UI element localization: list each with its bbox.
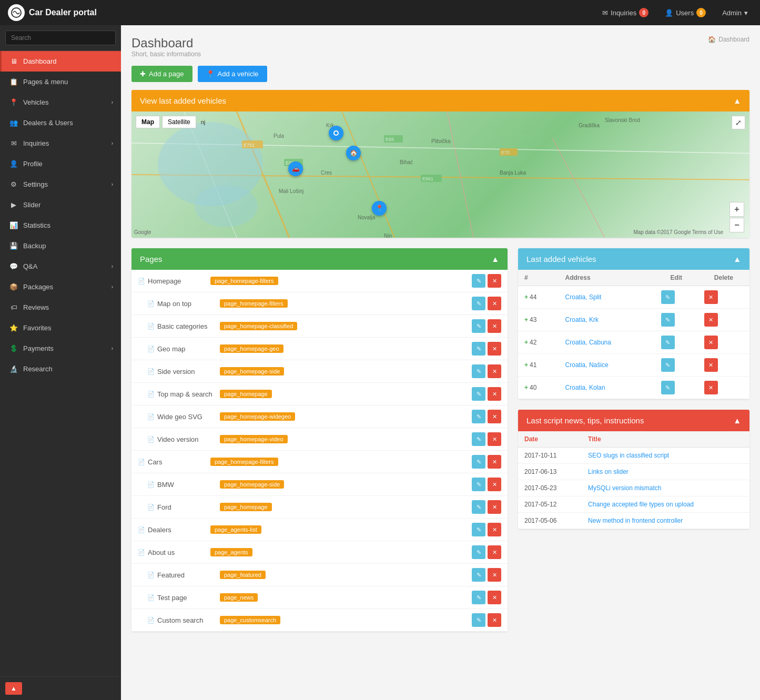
edit-page-button[interactable]: ✎	[472, 432, 485, 446]
delete-vehicle-button[interactable]: ✕	[704, 290, 718, 304]
delete-page-button[interactable]: ✕	[488, 387, 501, 401]
edit-vehicle-button[interactable]: ✎	[661, 381, 675, 394]
sidebar-item-research[interactable]: 🔬 Research	[0, 359, 121, 379]
mail-icon: ✉	[602, 9, 608, 17]
delete-page-button[interactable]: ✕	[488, 613, 501, 627]
edit-vehicle-button[interactable]: ✎	[661, 358, 675, 372]
sidebar-arrow-qa: ›	[112, 263, 113, 269]
news-title-link[interactable]: MySQLi version mismatch	[588, 484, 661, 492]
delete-vehicle-button[interactable]: ✕	[704, 313, 718, 327]
edit-page-button[interactable]: ✎	[472, 319, 485, 333]
delete-page-button[interactable]: ✕	[488, 478, 501, 491]
delete-page-button[interactable]: ✕	[488, 523, 501, 536]
vehicle-edit-cell: ✎	[655, 309, 698, 331]
vehicle-address-link[interactable]: Croatia, Cabuna	[565, 339, 611, 346]
vehicle-address-link[interactable]: Croatia, Našice	[565, 361, 609, 369]
map-zoom-in-button[interactable]: +	[729, 202, 744, 217]
edit-page-button[interactable]: ✎	[472, 297, 485, 310]
sidebar-item-settings[interactable]: ⚙ Settings ›	[0, 174, 121, 195]
sidebar-toggle-button[interactable]: ▲	[5, 682, 22, 695]
map-expand-button[interactable]: ⤢	[732, 116, 745, 129]
edit-page-button[interactable]: ✎	[472, 387, 485, 401]
admin-button[interactable]: Admin ▾	[718, 6, 752, 19]
sidebar-item-qa[interactable]: 💬 Q&A ›	[0, 256, 121, 277]
map-panel-header[interactable]: View last added vehicles ▲	[131, 90, 749, 111]
edit-page-button[interactable]: ✎	[472, 364, 485, 378]
map-pin-1[interactable]	[329, 126, 343, 140]
delete-page-button[interactable]: ✕	[488, 410, 501, 423]
map-pin-4[interactable]: 📍	[372, 201, 387, 216]
map-pin-3[interactable]: 🚗	[288, 161, 303, 176]
delete-page-button[interactable]: ✕	[488, 432, 501, 446]
search-input[interactable]	[5, 31, 116, 45]
vehicle-delete-cell: ✕	[698, 377, 749, 399]
sidebar-item-inquiries[interactable]: ✉ Inquiries ›	[0, 133, 121, 154]
vehicle-address-link[interactable]: Croatia, Krk	[565, 316, 599, 323]
sidebar-item-reviews[interactable]: 🏷 Reviews	[0, 297, 121, 318]
add-vehicle-button[interactable]: 📍 Add a vehicle	[198, 66, 267, 82]
page-actions: ✎ ✕	[472, 432, 501, 446]
svg-text:E70: E70	[501, 150, 510, 155]
delete-vehicle-button[interactable]: ✕	[704, 358, 718, 372]
sidebar-item-dealers-users[interactable]: 👥 Dealers & Users	[0, 113, 121, 133]
edit-page-button[interactable]: ✎	[472, 478, 485, 491]
map-zoom-out-button[interactable]: −	[729, 218, 744, 232]
sidebar-item-payments[interactable]: 💲 Payments ›	[0, 338, 121, 359]
news-title-link[interactable]: Links on slider	[588, 468, 629, 475]
news-title-link[interactable]: SEO slugs in classified script	[588, 452, 669, 459]
edit-page-button[interactable]: ✎	[472, 500, 485, 514]
sidebar-item-profile[interactable]: 👤 Profile	[0, 154, 121, 174]
vehicle-address-link[interactable]: Croatia, Split	[565, 293, 602, 301]
breadcrumb: 🏠 Dashboard	[708, 36, 749, 43]
sidebar-item-pages-menu[interactable]: 📋 Pages & menu	[0, 72, 121, 92]
sidebar-item-packages[interactable]: 📦 Packages ›	[0, 277, 121, 297]
news-title-link[interactable]: New method in frontend controller	[588, 517, 683, 524]
delete-page-button[interactable]: ✕	[488, 297, 501, 310]
map-pin-2[interactable]: 🏠	[346, 146, 361, 160]
map-tab-satellite[interactable]: Satellite	[162, 116, 196, 128]
edit-page-button[interactable]: ✎	[472, 455, 485, 469]
users-button[interactable]: 👤 Users 0	[661, 5, 710, 20]
news-panel-header[interactable]: Last script news, tips, instructions ▲	[518, 410, 749, 431]
sidebar-item-slider[interactable]: ▶ Slider	[0, 195, 121, 215]
vehicles-collapse-icon: ▲	[733, 255, 741, 263]
sidebar-item-dashboard[interactable]: 🖥 Dashboard	[0, 51, 121, 72]
sidebar-item-statistics[interactable]: 📊 Statistics	[0, 215, 121, 236]
delete-page-button[interactable]: ✕	[488, 500, 501, 514]
delete-page-button[interactable]: ✕	[488, 545, 501, 559]
edit-vehicle-button[interactable]: ✎	[661, 290, 675, 304]
delete-page-button[interactable]: ✕	[488, 591, 501, 604]
news-title-link[interactable]: Change accepted file types on upload	[588, 501, 694, 508]
edit-page-button[interactable]: ✎	[472, 410, 485, 423]
sidebar-item-vehicles[interactable]: 📍 Vehicles ›	[0, 92, 121, 113]
delete-page-button[interactable]: ✕	[488, 342, 501, 356]
edit-page-button[interactable]: ✎	[472, 342, 485, 356]
edit-page-button[interactable]: ✎	[472, 591, 485, 604]
sidebar-item-favorites[interactable]: ⭐ Favorites	[0, 318, 121, 338]
delete-page-button[interactable]: ✕	[488, 274, 501, 288]
pages-panel-header[interactable]: Pages ▲	[131, 248, 508, 270]
delete-page-button[interactable]: ✕	[488, 455, 501, 469]
vehicle-address-link[interactable]: Croatia, Kolan	[565, 384, 605, 391]
delete-page-button[interactable]: ✕	[488, 364, 501, 378]
add-page-button[interactable]: ✚ Add a page	[131, 66, 192, 82]
map-container[interactable]: E751 E65 E65 E661 E70 Krk Pula	[131, 111, 749, 238]
edit-page-button[interactable]: ✎	[472, 523, 485, 536]
edit-page-button[interactable]: ✎	[472, 545, 485, 559]
sidebar-item-backup[interactable]: 💾 Backup	[0, 236, 121, 256]
inquiries-button[interactable]: ✉ Inquiries 0	[598, 5, 653, 20]
edit-vehicle-button[interactable]: ✎	[661, 336, 675, 349]
table-row: +44 Croatia, Split ✎ ✕	[518, 286, 749, 309]
svg-text:Pula: Pula	[273, 133, 284, 139]
edit-page-button[interactable]: ✎	[472, 568, 485, 582]
edit-vehicle-button[interactable]: ✎	[661, 313, 675, 327]
delete-page-button[interactable]: ✕	[488, 568, 501, 582]
delete-vehicle-button[interactable]: ✕	[704, 381, 718, 394]
edit-page-button[interactable]: ✎	[472, 613, 485, 627]
delete-page-button[interactable]: ✕	[488, 319, 501, 333]
delete-vehicle-button[interactable]: ✕	[704, 336, 718, 349]
map-tab-map[interactable]: Map	[136, 116, 160, 128]
sidebar-label-favorites: Favorites	[23, 324, 51, 332]
vehicles-panel-header[interactable]: Last added vehicles ▲	[518, 248, 749, 270]
edit-page-button[interactable]: ✎	[472, 274, 485, 288]
